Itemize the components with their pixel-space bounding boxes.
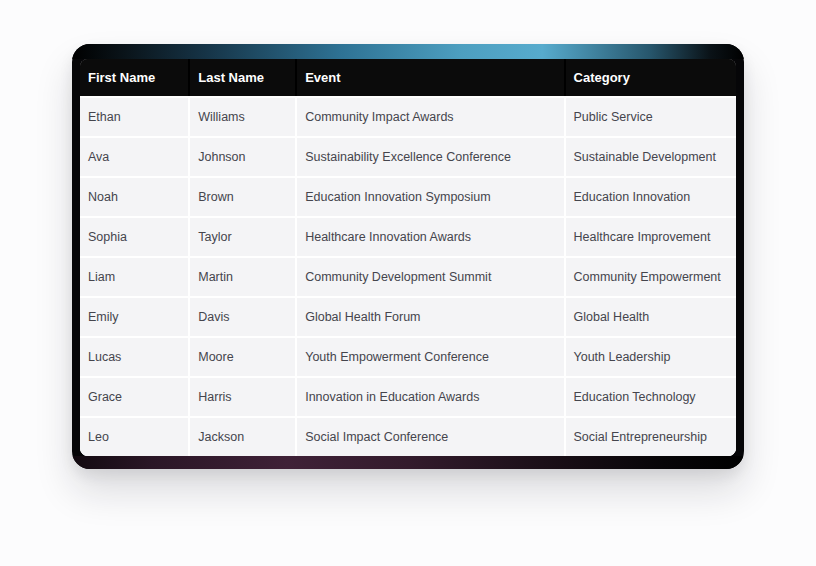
cell-category: Youth Leadership	[566, 338, 736, 376]
cell-category: Healthcare Improvement	[566, 218, 736, 256]
cell-category: Community Empowerment	[566, 258, 736, 296]
data-table-card: First NameLast NameEventCategory EthanWi…	[72, 44, 744, 469]
cell-event: Community Development Summit	[297, 258, 563, 296]
table-row: NoahBrownEducation Innovation SymposiumE…	[80, 178, 736, 216]
cell-category: Sustainable Development	[566, 138, 736, 176]
cell-event: Sustainability Excellence Conference	[297, 138, 563, 176]
table-body: EthanWilliamsCommunity Impact AwardsPubl…	[80, 98, 736, 456]
cell-event: Global Health Forum	[297, 298, 563, 336]
cell-first-name: Sophia	[80, 218, 188, 256]
events-table: First NameLast NameEventCategory EthanWi…	[80, 59, 736, 456]
cell-category: Social Entrepreneurship	[566, 418, 736, 456]
cell-category: Public Service	[566, 98, 736, 136]
cell-event: Youth Empowerment Conference	[297, 338, 563, 376]
table-row: AvaJohnsonSustainability Excellence Conf…	[80, 138, 736, 176]
cell-event: Community Impact Awards	[297, 98, 563, 136]
cell-last-name: Moore	[190, 338, 295, 376]
cell-first-name: Liam	[80, 258, 188, 296]
cell-first-name: Emily	[80, 298, 188, 336]
cell-category: Education Innovation	[566, 178, 736, 216]
table-row: GraceHarrisInnovation in Education Award…	[80, 378, 736, 416]
cell-event: Healthcare Innovation Awards	[297, 218, 563, 256]
cell-last-name: Davis	[190, 298, 295, 336]
table-row: SophiaTaylorHealthcare Innovation Awards…	[80, 218, 736, 256]
cell-category: Education Technology	[566, 378, 736, 416]
cell-category: Global Health	[566, 298, 736, 336]
cell-first-name: Ethan	[80, 98, 188, 136]
table-row: EthanWilliamsCommunity Impact AwardsPubl…	[80, 98, 736, 136]
cell-last-name: Jackson	[190, 418, 295, 456]
cell-first-name: Leo	[80, 418, 188, 456]
table-header: First NameLast NameEventCategory	[80, 59, 736, 96]
cell-last-name: Williams	[190, 98, 295, 136]
cell-last-name: Martin	[190, 258, 295, 296]
cell-event: Innovation in Education Awards	[297, 378, 563, 416]
cell-event: Education Innovation Symposium	[297, 178, 563, 216]
column-header-first-name: First Name	[80, 59, 188, 96]
cell-first-name: Ava	[80, 138, 188, 176]
column-header-event: Event	[297, 59, 563, 96]
cell-first-name: Grace	[80, 378, 188, 416]
column-header-category: Category	[566, 59, 736, 96]
cell-first-name: Lucas	[80, 338, 188, 376]
cell-last-name: Brown	[190, 178, 295, 216]
cell-last-name: Taylor	[190, 218, 295, 256]
column-header-last-name: Last Name	[190, 59, 295, 96]
cell-last-name: Harris	[190, 378, 295, 416]
cell-event: Social Impact Conference	[297, 418, 563, 456]
table-row: LiamMartinCommunity Development SummitCo…	[80, 258, 736, 296]
table-row: LucasMooreYouth Empowerment ConferenceYo…	[80, 338, 736, 376]
cell-last-name: Johnson	[190, 138, 295, 176]
table-row: EmilyDavisGlobal Health ForumGlobal Heal…	[80, 298, 736, 336]
table-row: LeoJacksonSocial Impact ConferenceSocial…	[80, 418, 736, 456]
cell-first-name: Noah	[80, 178, 188, 216]
